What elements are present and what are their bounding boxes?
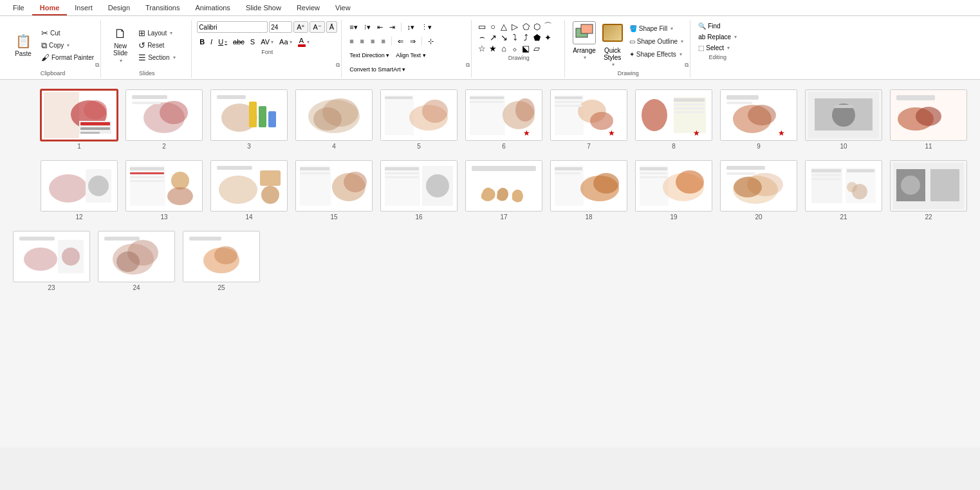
slide-item-24[interactable]: 24 xyxy=(98,231,175,291)
underline-button[interactable]: U▾ xyxy=(216,36,230,48)
smart-art-placeholder-button[interactable]: ⊹ xyxy=(425,35,436,47)
slide-item-15[interactable]: 15 xyxy=(295,160,373,221)
slide-item-2[interactable]: 2 xyxy=(125,89,203,150)
paragraph-expand[interactable]: ⧉ xyxy=(466,62,470,69)
slide-item-7[interactable]: ★ 7 xyxy=(550,89,627,150)
shape-arc1[interactable]: ⌒ xyxy=(542,21,553,32)
shadow-button[interactable]: S xyxy=(248,36,257,48)
shape-star4[interactable]: ✦ xyxy=(542,32,553,42)
decrease-indent-button[interactable]: ⇤ xyxy=(374,21,385,33)
justify-button[interactable]: ≡ xyxy=(378,35,387,47)
copy-button[interactable]: ⧉ Copy ▾ xyxy=(39,39,97,51)
slide-item-20[interactable]: 20 xyxy=(720,160,797,221)
clear-format-button[interactable]: Ā xyxy=(326,21,337,33)
slide-item-11[interactable]: 11 xyxy=(890,89,967,150)
shape-pentagon[interactable]: ⬠ xyxy=(521,21,531,32)
slide-item-8[interactable]: ★ 8 xyxy=(635,89,712,150)
shape-circle[interactable]: ○ xyxy=(488,21,498,32)
tab-view[interactable]: View xyxy=(328,0,358,15)
shape-fill-button[interactable]: 🪣 Shape Fill ▾ xyxy=(627,23,686,34)
tab-transitions[interactable]: Transitions xyxy=(138,0,187,15)
shape-rhombus[interactable]: ▱ xyxy=(532,43,542,53)
slide-item-4[interactable]: 4 xyxy=(295,89,373,150)
numbering-button[interactable]: ⁝▾ xyxy=(362,21,373,33)
shape-arrow-right[interactable]: ▷ xyxy=(510,21,520,32)
tab-design[interactable]: Design xyxy=(100,0,138,15)
slide-item-9[interactable]: ★ 9 xyxy=(720,89,797,150)
slide-item-19[interactable]: 19 xyxy=(635,160,712,221)
paste-button[interactable]: 📋 Paste xyxy=(9,26,37,64)
cut-button[interactable]: ✂ Cut xyxy=(39,27,97,39)
bullets-button[interactable]: ≡▾ xyxy=(347,21,360,33)
tab-review[interactable]: Review xyxy=(289,0,328,15)
shape-arrow-diagonal2[interactable]: ↘ xyxy=(499,32,509,42)
strikethrough-button[interactable]: abc xyxy=(230,36,247,48)
ltr-button[interactable]: ⇒ xyxy=(407,35,418,47)
bold-button[interactable]: B xyxy=(197,36,207,48)
font-expand[interactable]: ⧉ xyxy=(336,62,340,69)
line-spacing-button[interactable]: ↕▾ xyxy=(405,21,418,33)
replace-button[interactable]: ab Replace ▾ xyxy=(696,32,739,42)
shape-diamond2[interactable]: ⬦ xyxy=(510,43,520,53)
shape-outline-button[interactable]: ▭ Shape Outline ▾ xyxy=(627,35,686,47)
shape-effects-button[interactable]: ✦ Shape Effects ▾ xyxy=(627,48,686,60)
shape-house[interactable]: ⌂ xyxy=(499,43,509,53)
italic-button[interactable]: I xyxy=(208,36,215,48)
slide-item-23[interactable]: 23 xyxy=(13,231,90,291)
slide-item-17[interactable]: 17 xyxy=(465,160,542,221)
shape-hexagon[interactable]: ⬡ xyxy=(532,21,542,32)
shape-arrow-diagonal1[interactable]: ↗ xyxy=(488,32,498,42)
shape-arc2[interactable]: ⌢ xyxy=(477,32,487,42)
font-name-input[interactable] xyxy=(197,21,268,33)
shape-triangle[interactable]: △ xyxy=(499,21,509,32)
text-direction-button[interactable]: Text Direction ▾ xyxy=(347,50,392,61)
shape-rect[interactable]: ▭ xyxy=(477,21,487,32)
slide-item-6[interactable]: ★ 6 xyxy=(465,89,542,150)
rtl-button[interactable]: ⇐ xyxy=(395,35,406,47)
slide-item-25[interactable]: 25 xyxy=(183,231,260,291)
slide-item-1[interactable]: 1 xyxy=(41,89,118,150)
slide-item-13[interactable]: 13 xyxy=(125,160,203,221)
slide-item-22[interactable]: 22 xyxy=(890,160,967,221)
shape-star-filled[interactable]: ★ xyxy=(488,43,498,53)
char-spacing-button[interactable]: AV▾ xyxy=(258,36,276,48)
find-button[interactable]: 🔍 Find xyxy=(696,21,739,31)
slide-item-14[interactable]: 14 xyxy=(210,160,288,221)
tab-file[interactable]: File xyxy=(5,0,32,15)
reset-button[interactable]: ↺ Reset xyxy=(136,39,187,51)
slide-item-10[interactable]: 10 xyxy=(805,89,882,150)
slide-item-18[interactable]: 18 xyxy=(550,160,627,221)
quick-styles-button[interactable]: QuickStyles ▾ xyxy=(601,46,624,69)
new-slide-button[interactable]: 🗋 NewSlide ▾ xyxy=(106,26,134,64)
arrange-button[interactable]: Arrange ▾ xyxy=(570,46,598,62)
tab-animations[interactable]: Animations xyxy=(187,0,237,15)
columns-button[interactable]: ⋮▾ xyxy=(418,21,434,33)
tab-insert[interactable]: Insert xyxy=(67,0,100,15)
shape-diamond[interactable]: ⬟ xyxy=(532,32,542,42)
section-button[interactable]: ☰ Section ▾ xyxy=(136,51,187,63)
slide-item-5[interactable]: 5 xyxy=(380,89,458,150)
increase-indent-button[interactable]: ⇥ xyxy=(387,21,398,33)
decrease-font-button[interactable]: A⁻ xyxy=(310,21,324,33)
format-painter-button[interactable]: 🖌 Format Painter xyxy=(39,51,97,63)
clipboard-expand[interactable]: ⧉ xyxy=(95,62,99,69)
drawing-expand[interactable]: ⧉ xyxy=(685,62,689,69)
align-center-button[interactable]: ≡ xyxy=(358,35,367,47)
shape-star-outline[interactable]: ☆ xyxy=(477,43,487,53)
layout-button[interactable]: ⊞ Layout ▾ xyxy=(136,27,187,39)
font-color-button[interactable]: A ▾ xyxy=(295,36,312,48)
convert-smartart-button[interactable]: Convert to SmartArt ▾ xyxy=(347,64,408,75)
font-size-input[interactable] xyxy=(269,21,292,33)
select-button[interactable]: ⬚ Select ▾ xyxy=(696,43,739,53)
slide-item-3[interactable]: 3 xyxy=(210,89,288,150)
align-left-button[interactable]: ≡ xyxy=(347,35,356,47)
slide-item-12[interactable]: 12 xyxy=(41,160,118,221)
case-button[interactable]: Aa▾ xyxy=(277,36,294,48)
increase-font-button[interactable]: A⁺ xyxy=(293,21,308,33)
slide-item-21[interactable]: 21 xyxy=(805,160,882,221)
tab-home[interactable]: Home xyxy=(32,0,68,15)
tab-slideshow[interactable]: Slide Show xyxy=(238,0,289,15)
shape-parallelogram[interactable]: ⬕ xyxy=(521,43,531,53)
shape-arrow-bend2[interactable]: ⤴ xyxy=(521,32,531,42)
shape-arrow-bend1[interactable]: ⤵ xyxy=(510,32,520,42)
